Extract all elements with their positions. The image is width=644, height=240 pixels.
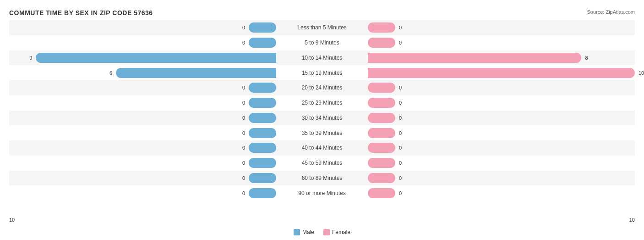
bar-row: 045 to 59 Minutes0 xyxy=(9,156,635,171)
legend-female-label: Female xyxy=(332,229,350,235)
legend-male-label: Male xyxy=(302,229,314,235)
female-side: 0 xyxy=(368,80,635,95)
bar-row: 040 to 44 Minutes0 xyxy=(9,140,635,156)
axis-label-right: 10 xyxy=(629,217,635,223)
male-value: 0 xyxy=(242,175,245,181)
female-value: 0 xyxy=(399,160,402,166)
female-side: 0 xyxy=(368,111,635,126)
male-side: 0 xyxy=(9,35,276,50)
male-value: 0 xyxy=(242,85,245,90)
bar-row: 910 to 14 Minutes8 xyxy=(9,50,635,66)
female-value: 0 xyxy=(399,25,402,30)
bar-label: 35 to 39 Minutes xyxy=(276,130,368,136)
bar-row: 090 or more Minutes0 xyxy=(9,185,635,201)
male-side: 0 xyxy=(9,185,276,201)
female-value: 0 xyxy=(399,145,402,151)
legend-female: Female xyxy=(323,229,350,235)
female-value: 0 xyxy=(399,175,402,181)
bar-label: 10 to 14 Minutes xyxy=(276,55,368,61)
male-value: 0 xyxy=(242,130,245,136)
male-value: 0 xyxy=(242,115,245,121)
bar-label: 45 to 59 Minutes xyxy=(276,160,368,166)
male-side: 0 xyxy=(9,140,276,156)
male-value: 0 xyxy=(242,40,245,45)
male-value: 0 xyxy=(242,25,245,30)
male-side: 0 xyxy=(9,80,276,95)
female-value: 0 xyxy=(399,115,402,121)
female-side: 0 xyxy=(368,20,635,35)
female-side: 0 xyxy=(368,95,635,111)
source-label: Source: ZipAtlas.com xyxy=(587,9,635,15)
female-side: 0 xyxy=(368,185,635,201)
female-value: 0 xyxy=(399,130,402,136)
legend-male-box xyxy=(294,229,300,235)
male-value: 0 xyxy=(242,160,245,166)
bar-row: 060 to 89 Minutes0 xyxy=(9,171,635,186)
bar-label: 25 to 29 Minutes xyxy=(276,100,368,106)
female-side: 0 xyxy=(368,125,635,140)
chart-legend: Male Female xyxy=(294,229,350,235)
female-value: 0 xyxy=(399,190,402,196)
legend-male: Male xyxy=(294,229,314,235)
bar-row: 05 to 9 Minutes0 xyxy=(9,35,635,50)
male-value: 0 xyxy=(242,100,245,106)
male-value: 6 xyxy=(109,70,112,76)
female-side: 0 xyxy=(368,171,635,186)
male-side: 6 xyxy=(9,65,276,80)
female-value: 0 xyxy=(399,100,402,106)
male-side: 9 xyxy=(9,50,276,66)
bar-label: 20 to 24 Minutes xyxy=(276,84,368,91)
male-side: 0 xyxy=(9,171,276,186)
bar-label: 40 to 44 Minutes xyxy=(276,145,368,151)
bar-label: Less than 5 Minutes xyxy=(276,24,368,31)
female-side: 0 xyxy=(368,140,635,156)
female-value: 8 xyxy=(585,55,588,61)
bar-row: 035 to 39 Minutes0 xyxy=(9,125,635,140)
male-value: 9 xyxy=(29,55,32,61)
legend-female-box xyxy=(323,229,330,235)
bar-row: 0Less than 5 Minutes0 xyxy=(9,20,635,35)
bar-row: 030 to 34 Minutes0 xyxy=(9,111,635,126)
female-side: 10 xyxy=(368,65,635,80)
bars-area: 0Less than 5 Minutes005 to 9 Minutes0910… xyxy=(9,20,635,201)
male-value: 0 xyxy=(242,190,245,196)
bar-row: 025 to 29 Minutes0 xyxy=(9,95,635,111)
bar-label: 15 to 19 Minutes xyxy=(276,70,368,76)
bar-label: 90 or more Minutes xyxy=(276,190,368,196)
female-value: 0 xyxy=(399,85,402,90)
bar-label: 30 to 34 Minutes xyxy=(276,115,368,121)
male-side: 0 xyxy=(9,95,276,111)
male-value: 0 xyxy=(242,145,245,151)
chart-container: COMMUTE TIME BY SEX IN ZIP CODE 57636 So… xyxy=(0,0,644,240)
male-side: 0 xyxy=(9,111,276,126)
female-side: 0 xyxy=(368,35,635,50)
male-side: 0 xyxy=(9,125,276,140)
bar-label: 60 to 89 Minutes xyxy=(276,175,368,181)
chart-title: COMMUTE TIME BY SEX IN ZIP CODE 57636 xyxy=(9,9,635,17)
female-side: 0 xyxy=(368,156,635,171)
female-value: 0 xyxy=(399,40,402,45)
female-value: 10 xyxy=(639,70,644,76)
bar-row: 020 to 24 Minutes0 xyxy=(9,80,635,95)
female-side: 8 xyxy=(368,50,635,66)
bar-label: 5 to 9 Minutes xyxy=(276,39,368,46)
male-side: 0 xyxy=(9,20,276,35)
male-side: 0 xyxy=(9,156,276,171)
axis-label-left: 10 xyxy=(9,217,15,223)
bar-row: 615 to 19 Minutes10 xyxy=(9,65,635,80)
